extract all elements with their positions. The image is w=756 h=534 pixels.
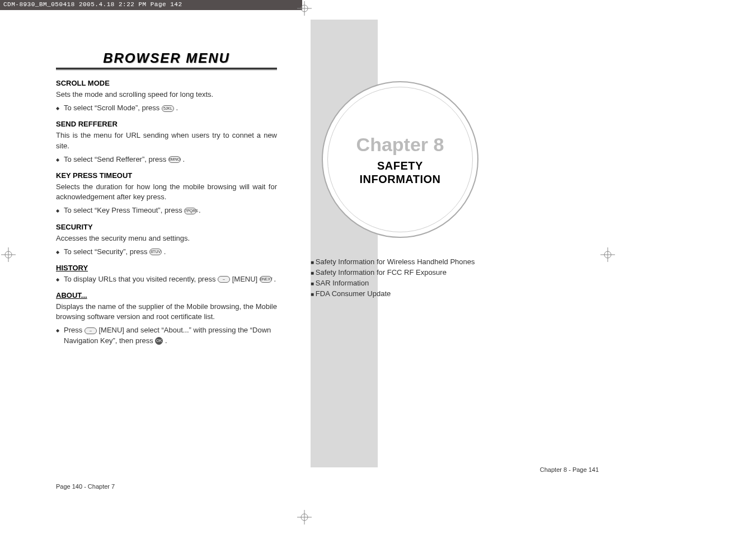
key-press-timeout-desc: Selects the duration for how long the mo… — [56, 182, 277, 202]
toc-item: Safety Information for FCC RF Exposure — [311, 268, 475, 277]
history-menu-label: [MENU] — [232, 275, 258, 283]
key-7-icon: 7PQRS — [184, 208, 196, 214]
left-page: BROWSER MENU SCROLL MODE Sets the mode a… — [34, 17, 302, 490]
about-bullet-prefix: Press — [64, 326, 82, 334]
right-page: Chapter 8 SAFETY INFORMATION Safety Info… — [302, 17, 616, 490]
toc-item: FDA Consumer Update — [311, 289, 475, 298]
ok-key-icon: OK — [155, 337, 163, 345]
chapter-label: Chapter 8 — [356, 134, 444, 156]
history-heading: HISTORY — [56, 264, 277, 272]
security-bullet: To select “Security”, press 8TUV . — [56, 247, 277, 257]
gray-sidebar — [311, 20, 378, 467]
send-refferer-bullet: To select “Send Refferer”, press 6MNO . — [56, 154, 277, 165]
key-press-timeout-heading: KEY PRESS TIMEOUT — [56, 171, 277, 180]
history-bullet-prefix: To display URLs that you visited recentl… — [64, 275, 215, 283]
key-8-icon: 8TUV — [149, 249, 162, 255]
registration-mark-left-icon — [0, 246, 17, 263]
chapter-circle-inner: Chapter 8 SAFETY INFORMATION — [327, 87, 473, 232]
key-press-timeout-bullet-text: To select “Key Press Timeout”, press — [64, 206, 182, 214]
right-page-footer: Chapter 8 - Page 141 — [540, 466, 599, 473]
send-refferer-desc: This is the menu for URL sending when us… — [56, 130, 277, 151]
toc-list: Safety Information for Wireless Handheld… — [311, 257, 475, 300]
toc-item: Safety Information for Wireless Handheld… — [311, 257, 475, 266]
key-press-timeout-bullet: To select “Key Press Timeout”, press 7PQ… — [56, 205, 277, 216]
scroll-mode-bullet-text: To select “Scroll Mode”, press — [64, 104, 159, 112]
send-refferer-heading: SEND REFFERER — [56, 120, 277, 128]
about-desc: Displays the name of the supplier of the… — [56, 302, 277, 322]
chapter-title-line2: INFORMATION — [359, 173, 440, 185]
softkey-icon-2: – — [84, 327, 97, 334]
toc-item: SAR Information — [311, 279, 475, 287]
page-spread: BROWSER MENU SCROLL MODE Sets the mode a… — [34, 17, 616, 490]
security-bullet-text: To select “Security”, press — [64, 247, 148, 256]
about-bullet: Press – [MENU] and select “About...” wit… — [56, 325, 277, 345]
chapter-title: SAFETY INFORMATION — [359, 159, 440, 186]
key-6-icon: 6MNO — [168, 156, 181, 163]
history-bullet: To display URLs that you visited recentl… — [56, 274, 277, 284]
scroll-mode-heading: SCROLL MODE — [56, 79, 277, 87]
title-underline — [56, 68, 277, 70]
print-header: CDM-8930_BM_050418 2005.4.18 2:22 PM Pag… — [0, 0, 302, 10]
key-0-icon: 0NEXT — [260, 276, 272, 283]
about-heading: ABOUT... — [56, 291, 277, 299]
softkey-icon: – — [218, 276, 230, 283]
header-text: CDM-8930_BM_050418 2005.4.18 2:22 PM Pag… — [3, 1, 182, 8]
registration-mark-bottom-icon — [296, 509, 313, 526]
left-page-footer: Page 140 - Chapter 7 — [56, 483, 115, 490]
chapter-title-line1: SAFETY — [377, 160, 423, 172]
svg-point-3 — [301, 514, 308, 521]
page-title: BROWSER MENU — [56, 50, 277, 66]
security-desc: Accesses the security menu and settings. — [56, 233, 277, 243]
key-5-icon: 5JKL — [162, 105, 174, 112]
chapter-circle: Chapter 8 SAFETY INFORMATION — [322, 81, 478, 238]
scroll-mode-bullet: To select “Scroll Mode”, press 5JKL . — [56, 103, 277, 113]
security-heading: SECURITY — [56, 223, 277, 231]
svg-point-6 — [5, 251, 12, 258]
send-refferer-bullet-text: To select “Send Refferer”, press — [64, 155, 166, 163]
scroll-mode-desc: Sets the mode and scrolling speed for lo… — [56, 90, 277, 100]
